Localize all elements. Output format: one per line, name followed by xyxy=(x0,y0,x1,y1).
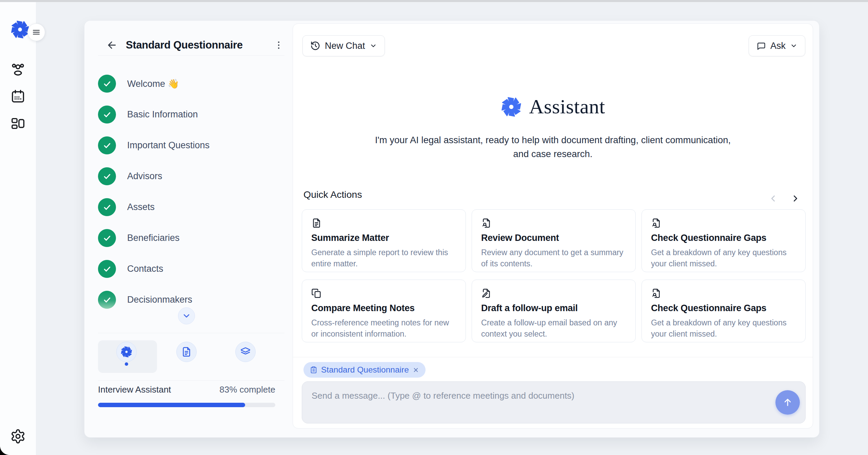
arrow-up-icon xyxy=(782,397,793,408)
section-item-important-questions[interactable]: Important Questions xyxy=(98,130,284,161)
new-chat-label: New Chat xyxy=(325,41,365,51)
section-item-assets[interactable]: Assets xyxy=(98,192,284,223)
quick-action-check-questionnaire-gaps-2[interactable]: Check Questionnaire Gaps Get a breakdown… xyxy=(642,280,806,342)
section-label: Advisors xyxy=(127,171,162,182)
divider xyxy=(293,357,813,357)
quick-action-compare-meeting-notes[interactable]: Compare Meeting Notes Cross-reference me… xyxy=(302,280,466,342)
divider xyxy=(98,333,284,333)
message-input[interactable] xyxy=(302,382,805,423)
section-item-beneficiaries[interactable]: Beneficiaries xyxy=(98,223,284,253)
section-label: Beneficiaries xyxy=(127,233,180,243)
context-chip-label: Standard Questionnaire xyxy=(321,365,409,375)
quick-action-draft-follow-up-email[interactable]: Draft a follow-up email Create a follow-… xyxy=(472,280,636,342)
menu-icon xyxy=(31,27,41,37)
quick-action-review-document[interactable]: Review Document Review any document to g… xyxy=(472,209,636,272)
progress-label: Interview Assistant xyxy=(98,384,171,395)
quick-actions-carousel-nav xyxy=(766,191,803,206)
card-title: Compare Meeting Notes xyxy=(311,303,456,314)
chevron-down-icon xyxy=(370,42,377,50)
file-search-icon xyxy=(651,288,796,299)
send-button[interactable] xyxy=(775,390,800,415)
assistant-hero: Assistant xyxy=(293,95,813,118)
workspace-card: Standard Questionnaire Welcome 👋 Basic I… xyxy=(84,20,820,438)
section-item-basic-information[interactable]: Basic Information xyxy=(98,99,284,130)
card-description: Get a breakdown of any key questions you… xyxy=(651,247,796,269)
new-chat-button[interactable]: New Chat xyxy=(302,35,385,56)
card-description: Generate a simple report to review this … xyxy=(311,247,456,269)
nav-calendar-button[interactable] xyxy=(10,89,26,104)
tab-layers[interactable] xyxy=(235,342,256,362)
divider xyxy=(98,380,284,381)
file-pen-icon xyxy=(481,288,626,299)
chevron-down-icon xyxy=(790,42,797,50)
assistant-title: Assistant xyxy=(529,95,605,118)
assistant-chat-panel: New Chat Ask Assistant I'm your AI legal… xyxy=(293,23,813,429)
collapse-sidebar-button[interactable] xyxy=(27,23,45,41)
carousel-next-button[interactable] xyxy=(788,191,803,206)
progress-bar-fill xyxy=(98,403,245,407)
section-label: Important Questions xyxy=(127,140,210,151)
section-label: Assets xyxy=(127,202,155,212)
card-description: Cross-reference meeting notes for new or… xyxy=(311,317,456,340)
context-chip-standard-questionnaire[interactable]: Standard Questionnaire xyxy=(303,362,426,378)
message-composer xyxy=(302,381,806,423)
quick-actions-grid: Summarize Matter Generate a simple repor… xyxy=(302,209,806,342)
completed-check-icon xyxy=(98,291,116,309)
assistant-description: I'm your AI legal assistant, ready to he… xyxy=(293,133,813,161)
section-item-welcome[interactable]: Welcome 👋 xyxy=(98,68,284,99)
section-item-advisors[interactable]: Advisors xyxy=(98,161,284,192)
ask-mode-button[interactable]: Ask xyxy=(749,35,805,56)
remove-context-button[interactable] xyxy=(413,367,419,373)
back-button[interactable] xyxy=(104,37,120,53)
section-item-contacts[interactable]: Contacts xyxy=(98,253,284,284)
questionnaire-section-list: Welcome 👋 Basic Information Important Qu… xyxy=(98,68,284,315)
carousel-prev-button[interactable] xyxy=(766,191,780,206)
tab-assistant[interactable] xyxy=(116,342,137,362)
card-description: Create a follow-up email based on any co… xyxy=(481,317,626,340)
copy-icon xyxy=(311,288,456,299)
panel-tab-bar xyxy=(98,340,284,373)
progress-summary: Interview Assistant 83% complete xyxy=(98,384,275,395)
app-logo[interactable] xyxy=(10,20,30,39)
left-nav-rail xyxy=(0,2,36,455)
file-search-icon xyxy=(481,218,626,228)
progress-status: 83% complete xyxy=(219,384,275,395)
quick-actions-title: Quick Actions xyxy=(303,189,362,200)
completed-check-icon xyxy=(98,260,116,278)
active-tab-dot xyxy=(125,362,128,366)
completed-check-icon xyxy=(98,136,116,154)
window-top-edge xyxy=(0,0,868,2)
clipboard-icon xyxy=(310,366,317,374)
card-description: Get a breakdown of any key questions you… xyxy=(651,317,796,340)
card-title: Check Questionnaire Gaps xyxy=(651,303,796,314)
card-title: Summarize Matter xyxy=(311,233,456,243)
history-icon xyxy=(310,41,320,51)
card-title: Draft a follow-up email xyxy=(481,303,626,314)
nav-dashboard-button[interactable] xyxy=(10,116,26,131)
progress-bar xyxy=(98,403,275,407)
completed-check-icon xyxy=(98,198,116,216)
section-label: Decisionmakers xyxy=(127,295,192,305)
completed-check-icon xyxy=(98,167,116,185)
app-window: Standard Questionnaire Welcome 👋 Basic I… xyxy=(0,0,868,455)
settings-button[interactable] xyxy=(10,429,26,444)
section-label: Contacts xyxy=(127,264,163,274)
quick-action-summarize-matter[interactable]: Summarize Matter Generate a simple repor… xyxy=(302,209,466,272)
quick-action-check-questionnaire-gaps[interactable]: Check Questionnaire Gaps Get a breakdown… xyxy=(642,209,806,272)
completed-check-icon xyxy=(98,229,116,247)
section-label: Welcome 👋 xyxy=(127,78,179,89)
nav-clients-button[interactable] xyxy=(10,61,26,76)
kebab-menu-button[interactable] xyxy=(272,38,286,52)
completed-check-icon xyxy=(98,75,116,93)
completed-check-icon xyxy=(98,106,116,124)
questionnaire-title: Standard Questionnaire xyxy=(126,39,272,51)
card-title: Review Document xyxy=(481,233,626,243)
questionnaire-header: Standard Questionnaire xyxy=(104,36,286,54)
card-title: Check Questionnaire Gaps xyxy=(651,233,796,243)
section-label: Basic Information xyxy=(127,109,198,120)
assistant-logo-icon xyxy=(500,96,522,118)
tab-documents[interactable] xyxy=(176,342,197,362)
chat-bubble-icon xyxy=(756,41,766,51)
file-text-icon xyxy=(311,218,456,228)
expand-sections-button[interactable] xyxy=(178,307,195,324)
